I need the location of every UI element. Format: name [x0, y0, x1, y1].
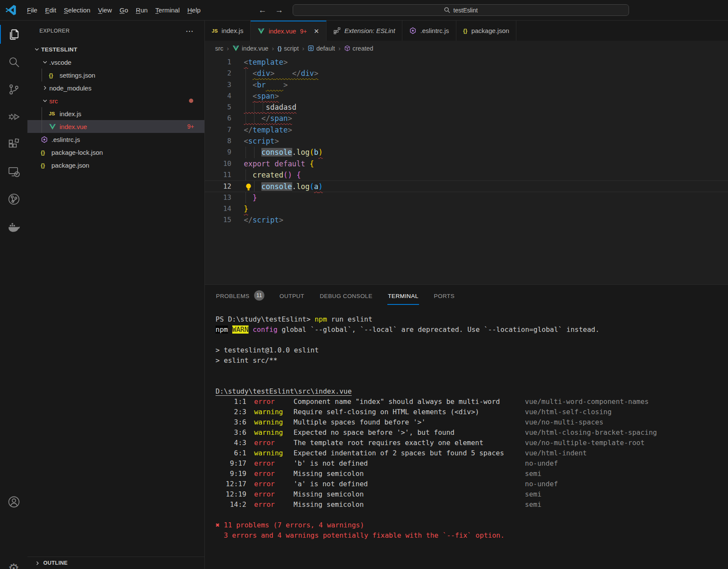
code-line-content: export default {: [244, 158, 728, 169]
js-file-icon: JS: [212, 28, 218, 33]
tab-extension-eslint[interactable]: Extension: ESLint: [327, 21, 402, 41]
problems-count-badge: 9+: [187, 123, 194, 130]
tree-item-node-modules[interactable]: node_modules: [27, 81, 204, 94]
panel-tab-label: TERMINAL: [387, 286, 419, 305]
breadcrumb-label: default: [316, 45, 335, 52]
code-token: template: [252, 126, 288, 134]
breadcrumb-item-created[interactable]: created: [344, 45, 373, 52]
problems-badge: 11: [254, 290, 264, 301]
tree-item-package-lock-json[interactable]: {}package-lock.json: [27, 146, 204, 159]
menu-help[interactable]: Help: [183, 4, 204, 17]
menu-file[interactable]: File: [23, 4, 41, 17]
tree-item-testeslint[interactable]: TESTESLINT: [27, 43, 204, 56]
panel-tab-debug-console[interactable]: DEBUG CONSOLE: [319, 286, 373, 305]
vue-file-icon: [258, 27, 265, 35]
explorer-icon[interactable]: [0, 21, 27, 48]
panel-tab-ports[interactable]: PORTS: [434, 286, 455, 305]
breadcrumb-item-index-vue[interactable]: index.vue: [232, 45, 268, 52]
chevron-down-icon: [33, 46, 41, 53]
line-number: 2: [205, 68, 231, 79]
menu-edit[interactable]: Edit: [41, 4, 60, 17]
search-text: testEslint: [453, 7, 478, 14]
tree-item-package-json[interactable]: {}package.json: [27, 159, 204, 172]
breadcrumb-item-src[interactable]: src: [215, 45, 223, 52]
result-location: 3:6: [216, 417, 246, 428]
terminal-file-link[interactable]: D:\study\testEslint\src\index.vue: [216, 387, 352, 395]
manage-icon[interactable]: ⚙: [0, 555, 27, 569]
code-token: <: [252, 69, 257, 78]
menu-go[interactable]: Go: [116, 4, 132, 17]
terminal-line-9: 1:1errorComponent name "index" should al…: [216, 397, 728, 407]
indent-guide: [246, 147, 246, 158]
tree-item-eslintrc-js[interactable]: .eslintrc.js: [27, 133, 204, 146]
tab-package-json[interactable]: {}package.json: [456, 21, 517, 41]
source-control-icon[interactable]: [0, 75, 27, 103]
terminal-line-8[interactable]: D:\study\testEslint\src\index.vue: [216, 386, 728, 397]
code-token: >: [283, 58, 288, 66]
extensions-icon[interactable]: [0, 130, 27, 158]
command-center-search[interactable]: testEslint: [293, 4, 629, 16]
breadcrumb-label: script: [284, 45, 299, 52]
search-icon[interactable]: [0, 48, 27, 75]
tree-item-src[interactable]: src: [27, 94, 204, 107]
result-message: Expected no space before '>', but found: [294, 428, 525, 438]
code-editor[interactable]: 1<template>2 <div> </div>3 <br >4 <span>…: [205, 56, 728, 284]
terminal[interactable]: PS D:\study\testEslint> npm run eslintnp…: [205, 306, 728, 541]
tab-eslintrc-js[interactable]: .eslintrc.js: [402, 21, 456, 41]
code-token: <: [252, 81, 257, 89]
terminal-line-19: 14:2errorMissing semicolonsemi: [216, 500, 728, 510]
code-token: >: [275, 137, 279, 145]
code-token: log: [297, 148, 310, 157]
code-token: div: [301, 69, 314, 78]
panel-tab-problems[interactable]: PROBLEMS11: [216, 286, 264, 305]
result-rule: semi: [525, 470, 542, 478]
menu-terminal[interactable]: Terminal: [152, 4, 184, 17]
result-rule: vue/html-self-closing: [525, 408, 611, 416]
code-token: >: [288, 126, 292, 134]
accounts-icon[interactable]: [0, 488, 27, 515]
tree-item-vscode[interactable]: .vscode: [27, 56, 204, 69]
tab-index-js[interactable]: JSindex.js: [205, 21, 251, 41]
breadcrumb-item-default[interactable]: default: [308, 45, 335, 52]
menu-selection[interactable]: Selection: [60, 4, 94, 17]
tree-item-settings-json[interactable]: {}settings.json: [27, 69, 204, 81]
result-severity: warning: [254, 428, 294, 438]
back-icon[interactable]: ←: [258, 6, 267, 15]
panel-tab-output[interactable]: OUTPUT: [279, 286, 305, 305]
terminal-line-3: [216, 335, 728, 345]
code-token: default: [275, 160, 306, 168]
panel-tab-label: OUTPUT: [279, 286, 305, 305]
code-token: log: [297, 182, 310, 191]
git-graph-icon[interactable]: [0, 185, 27, 213]
menu-run[interactable]: Run: [132, 4, 152, 17]
tree-item-index-js[interactable]: JSindex.js: [27, 107, 204, 120]
outline-section[interactable]: OUTLINE: [27, 557, 204, 569]
code-token: console: [261, 182, 292, 191]
result-message: Require self-closing on HTML elements (<…: [294, 407, 525, 417]
code-line-1: 1<template>: [205, 57, 728, 68]
terminal-line-6: [216, 366, 728, 376]
breadcrumb-item-script[interactable]: {}script: [277, 45, 299, 52]
symbol-method-icon: [344, 45, 351, 51]
indent-guide: [254, 181, 255, 191]
tree-item-label: src: [49, 97, 58, 105]
menu-view[interactable]: View: [94, 4, 116, 17]
lightbulb-icon[interactable]: [245, 183, 252, 190]
docker-icon[interactable]: [0, 213, 27, 240]
panel-tab-terminal[interactable]: TERMINAL: [387, 286, 419, 305]
tree-item-index-vue[interactable]: index.vue9+: [27, 120, 204, 133]
code-line-5: 5 sdadasd: [205, 102, 728, 113]
forward-icon[interactable]: →: [275, 6, 283, 15]
close-icon[interactable]: ✕: [314, 27, 319, 35]
result-rule: vue/no-multiple-template-root: [525, 439, 644, 447]
line-number: 8: [205, 135, 231, 147]
tab-index-vue[interactable]: index.vue9+✕: [251, 21, 327, 41]
more-actions-icon[interactable]: ⋯: [186, 26, 194, 36]
code-line-9: 9 console.log(b): [205, 147, 728, 158]
bottom-panel: PROBLEMS11OUTPUTDEBUG CONSOLETERMINALPOR…: [205, 284, 728, 569]
code-line-content: created() {: [244, 169, 728, 181]
line-number: 9: [205, 147, 231, 158]
remote-explorer-icon[interactable]: [0, 158, 27, 185]
run-and-debug-icon[interactable]: [0, 103, 27, 130]
code-line-content: </template>: [244, 124, 728, 135]
